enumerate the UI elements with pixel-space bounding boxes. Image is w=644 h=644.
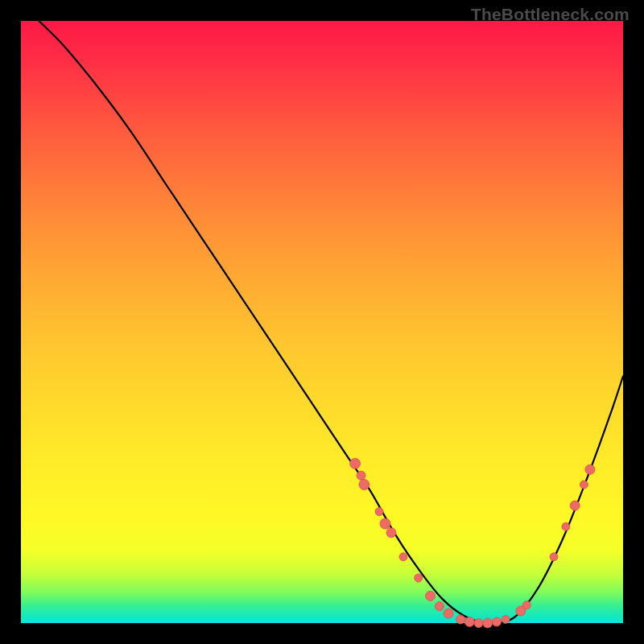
highlight-dot (399, 553, 407, 561)
highlight-dot (570, 501, 580, 510)
highlight-dot (464, 617, 474, 627)
bottleneck-curve (39, 21, 623, 623)
highlight-dots-group (350, 458, 595, 628)
highlight-dot (435, 602, 444, 611)
highlight-dot (456, 615, 465, 624)
highlight-dot (502, 616, 510, 624)
highlight-dot (444, 609, 453, 618)
highlight-dot (483, 618, 493, 628)
highlight-dot (380, 518, 390, 529)
highlight-dot (522, 601, 530, 609)
highlight-dot (562, 522, 570, 530)
plot-area (21, 21, 623, 623)
highlight-dot (585, 464, 595, 474)
highlight-dot (492, 617, 501, 626)
highlight-dot (375, 508, 383, 516)
highlight-dot (415, 574, 423, 582)
highlight-dot (474, 619, 483, 628)
highlight-dot (426, 591, 436, 601)
highlight-dot (580, 481, 588, 489)
highlight-dot (359, 480, 369, 490)
highlight-dot (550, 553, 558, 561)
highlight-dot (386, 528, 396, 538)
highlight-dot (350, 458, 361, 469)
chart-svg (21, 21, 623, 623)
highlight-dot (357, 471, 365, 480)
